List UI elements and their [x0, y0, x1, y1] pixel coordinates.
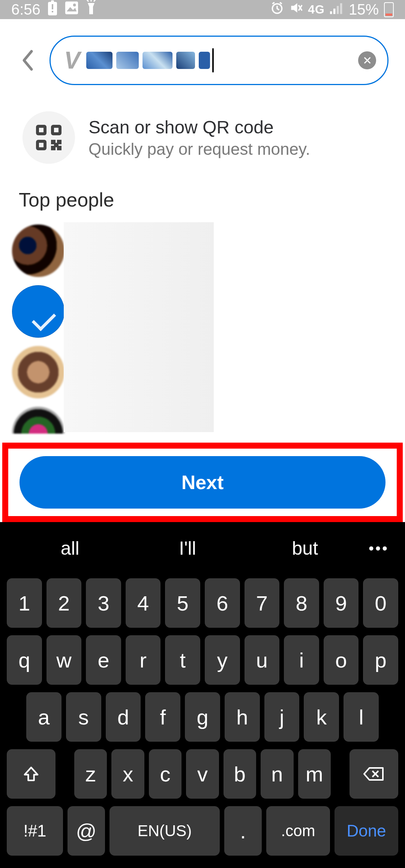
key-x[interactable]: x — [111, 749, 144, 799]
status-time: 6:56 — [11, 1, 40, 18]
more-suggestions-button[interactable]: ••• — [364, 540, 394, 557]
key-d[interactable]: d — [106, 692, 141, 742]
clear-search-button[interactable]: ✕ — [358, 51, 376, 69]
search-row: V ✕ — [0, 19, 405, 93]
svg-rect-2 — [52, 4, 53, 9]
next-button[interactable]: Next — [20, 456, 386, 509]
alarm-icon — [270, 1, 284, 18]
suggestion[interactable]: all — [11, 537, 129, 559]
close-icon: ✕ — [363, 54, 372, 67]
key-row-bottom: !#1 @ EN(US) . .com Done — [7, 806, 398, 856]
qr-subtitle: Quickly pay or request money. — [88, 140, 310, 159]
person-avatar[interactable] — [12, 407, 64, 434]
qr-title: Scan or show QR code — [88, 117, 310, 138]
image-icon — [64, 1, 79, 18]
android-nav-bar — [0, 863, 405, 868]
backspace-icon — [363, 766, 384, 781]
key-6[interactable]: 6 — [205, 578, 240, 628]
key-0[interactable]: 0 — [363, 578, 398, 628]
person-avatar[interactable] — [12, 224, 64, 277]
signal-icon — [330, 1, 344, 18]
key-l[interactable]: l — [344, 692, 379, 742]
svg-rect-21 — [54, 143, 58, 147]
key-e[interactable]: e — [86, 635, 121, 685]
key-7[interactable]: 7 — [244, 578, 280, 628]
key-shift[interactable] — [7, 749, 56, 799]
top-people-heading: Top people — [0, 179, 405, 222]
key-f[interactable]: f — [145, 692, 180, 742]
key-2[interactable]: 2 — [46, 578, 82, 628]
key-row-numbers: 1 2 3 4 5 6 7 8 9 0 — [7, 578, 398, 628]
key-9[interactable]: 9 — [324, 578, 359, 628]
battery-icon — [384, 2, 394, 17]
key-h[interactable]: h — [225, 692, 260, 742]
suggestion[interactable]: but — [246, 537, 364, 559]
svg-point-5 — [73, 4, 76, 7]
key-8[interactable]: 8 — [284, 578, 319, 628]
key-b[interactable]: b — [224, 749, 256, 799]
svg-rect-3 — [52, 11, 53, 12]
key-at[interactable]: @ — [68, 806, 105, 856]
key-q[interactable]: q — [7, 635, 42, 685]
key-symbols[interactable]: !#1 — [7, 806, 63, 856]
network-type: 4G — [308, 3, 325, 16]
key-z[interactable]: z — [74, 749, 107, 799]
svg-rect-14 — [54, 128, 58, 132]
key-n[interactable]: n — [261, 749, 293, 799]
svg-rect-12 — [39, 128, 44, 132]
key-row-zxcv: z x c v b n m — [7, 749, 398, 799]
key-3[interactable]: 3 — [86, 578, 121, 628]
key-r[interactable]: r — [126, 635, 161, 685]
key-1[interactable]: 1 — [7, 578, 42, 628]
key-y[interactable]: y — [205, 635, 240, 685]
key-a[interactable]: a — [26, 692, 62, 742]
key-space[interactable]: EN(US) — [110, 806, 220, 856]
key-period[interactable]: . — [224, 806, 262, 856]
text-cursor — [212, 48, 214, 72]
key-m[interactable]: m — [298, 749, 331, 799]
key-s[interactable]: s — [66, 692, 101, 742]
back-button[interactable] — [16, 49, 39, 72]
mute-icon — [289, 1, 303, 18]
person-avatar[interactable] — [12, 285, 64, 338]
top-people-list — [0, 222, 405, 442]
status-bar: 6:56 4G 15% — [0, 0, 405, 19]
key-row-qwerty: q w e r t y u i o p — [7, 635, 398, 685]
battery-percent: 15% — [349, 1, 379, 18]
qr-code-option[interactable]: Scan or show QR code Quickly pay or requ… — [0, 93, 405, 179]
next-button-highlight: Next — [2, 443, 403, 522]
search-field[interactable]: V ✕ — [50, 36, 388, 85]
key-4[interactable]: 4 — [126, 578, 161, 628]
person-avatar[interactable] — [12, 346, 64, 398]
key-w[interactable]: w — [46, 635, 82, 685]
key-k[interactable]: k — [304, 692, 339, 742]
key-done[interactable]: Done — [334, 806, 398, 856]
key-t[interactable]: t — [165, 635, 200, 685]
suggestion-bar: all I'll but ••• — [0, 526, 405, 571]
flashlight-icon — [86, 0, 97, 19]
key-backspace[interactable] — [350, 749, 398, 799]
svg-rect-10 — [340, 3, 342, 14]
key-c[interactable]: c — [149, 749, 182, 799]
redacted-search-text — [86, 52, 210, 69]
key-o[interactable]: o — [324, 635, 359, 685]
suggestion[interactable]: I'll — [129, 537, 246, 559]
svg-rect-7 — [330, 11, 332, 14]
qr-code-icon — [22, 111, 75, 164]
key-i[interactable]: i — [284, 635, 319, 685]
keyboard: all I'll but ••• 1 2 3 4 5 6 7 8 9 0 q w… — [0, 522, 405, 868]
svg-rect-1 — [51, 0, 54, 3]
key-u[interactable]: u — [244, 635, 280, 685]
search-input-content[interactable] — [86, 47, 351, 73]
key-dotcom[interactable]: .com — [266, 806, 330, 856]
shift-icon — [22, 765, 40, 783]
key-p[interactable]: p — [363, 635, 398, 685]
svg-rect-16 — [39, 143, 44, 147]
key-5[interactable]: 5 — [165, 578, 200, 628]
svg-rect-4 — [65, 1, 78, 14]
venmo-logo-icon: V — [64, 46, 79, 74]
redacted-names-area — [64, 222, 214, 432]
key-g[interactable]: g — [185, 692, 220, 742]
key-j[interactable]: j — [264, 692, 300, 742]
key-v[interactable]: v — [186, 749, 219, 799]
